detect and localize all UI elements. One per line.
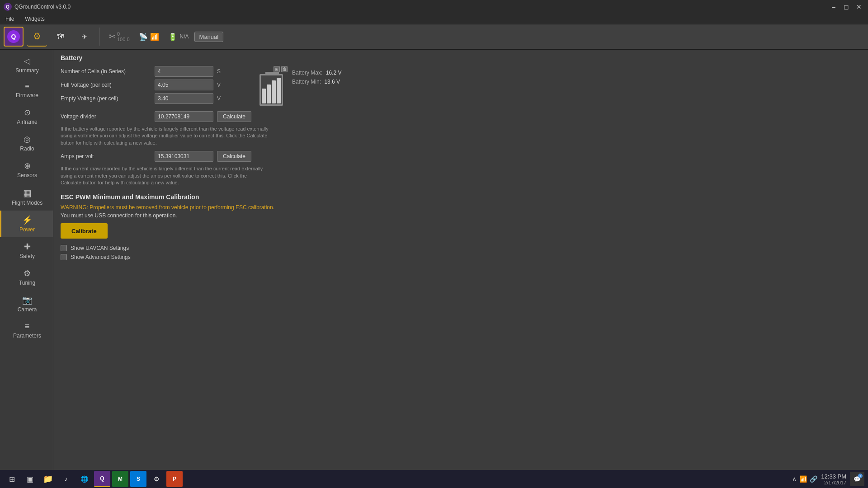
- sidebar-item-tuning[interactable]: ⚙ Tuning: [0, 264, 53, 291]
- wifi-icon: 📶: [799, 475, 807, 483]
- start-button[interactable]: ⊞: [4, 471, 20, 487]
- radio-icon: ◎: [24, 134, 31, 144]
- battery-label: N/A: [180, 33, 189, 40]
- sidebar-label-parameters: Parameters: [13, 333, 41, 339]
- battery-bar-1: [262, 89, 266, 103]
- taskbar-music[interactable]: ♪: [58, 471, 74, 487]
- battery-max-value: 16.2 V: [326, 70, 342, 76]
- full-voltage-label: Full Voltage (per cell): [61, 82, 151, 88]
- tuning-icon: ⚙: [24, 268, 31, 278]
- taskbar: ⊞ ▣ 📁 ♪ 🌐 Q M S ⚙ P ∧ 📶 🔗 12:33 PM 2/17/…: [0, 470, 868, 488]
- sidebar-label-summary: Summary: [15, 67, 38, 74]
- num-cells-unit: S: [217, 68, 224, 75]
- sidebar-item-parameters[interactable]: ≡ Parameters: [0, 317, 53, 343]
- voltage-divider-input[interactable]: [155, 111, 213, 122]
- settings-icon: ⚙: [33, 31, 41, 42]
- show-uavcan-row: Show UAVCAN Settings: [61, 245, 861, 251]
- toolbar-status: ✂ 0 100.0 📡 📶 🔋 N/A Manual: [105, 31, 223, 42]
- voltage-number: 100.0: [117, 37, 130, 42]
- toolbar-map-button[interactable]: 🗺: [51, 27, 71, 47]
- taskbar-settings2[interactable]: ⚙: [148, 471, 165, 487]
- safety-icon: ✚: [24, 242, 31, 252]
- show-uavcan-checkbox[interactable]: [61, 245, 67, 251]
- taskbar-qgc[interactable]: Q: [94, 471, 110, 487]
- voltage-calculate-button[interactable]: Calculate: [217, 111, 251, 122]
- toolbar-logo-button[interactable]: Q: [4, 27, 24, 47]
- battery-delete-button[interactable]: 🗑: [281, 66, 288, 72]
- armed-status: ✂ 0 100.0: [105, 31, 133, 42]
- sidebar-label-flight-modes: Flight Modes: [12, 200, 43, 206]
- amps-input[interactable]: [155, 151, 213, 162]
- minimize-button[interactable]: –: [828, 2, 839, 11]
- sidebar-item-summary[interactable]: ◁ Summary: [0, 52, 53, 78]
- sidebar-item-safety[interactable]: ✚ Safety: [0, 237, 53, 264]
- battery-max-label: Battery Max:: [292, 70, 322, 76]
- armed-number: 0: [117, 31, 130, 37]
- battery-info: Battery Max: 16.2 V Battery Min: 13.6 V: [292, 66, 341, 85]
- num-cells-input[interactable]: [155, 66, 213, 77]
- taskbar-clock: 12:33 PM 2/17/2017: [821, 473, 846, 485]
- battery-grid: Number of Cells (in Series) S Full Volta…: [61, 66, 861, 107]
- sidebar-label-safety: Safety: [19, 253, 35, 259]
- taskbar-powerpoint[interactable]: P: [166, 471, 183, 487]
- taskbar-skype[interactable]: S: [130, 471, 146, 487]
- task-view-button[interactable]: ▣: [22, 471, 38, 487]
- power-icon: ⚡: [22, 215, 32, 225]
- send-icon: ✈: [81, 33, 87, 41]
- title-bar-controls: – ◻ ✕: [828, 2, 864, 11]
- esc-note-text: You must use USB connection for this ope…: [61, 212, 861, 219]
- toolbar-send-button[interactable]: ✈: [74, 27, 94, 47]
- taskbar-maps[interactable]: M: [112, 471, 128, 487]
- sidebar-item-firmware[interactable]: ≡ Firmware: [0, 78, 53, 103]
- full-voltage-unit: V: [217, 82, 224, 88]
- num-cells-label: Number of Cells (in Series): [61, 68, 151, 75]
- sidebar-item-camera[interactable]: 📷 Camera: [0, 291, 53, 317]
- battery-max-row: Battery Max: 16.2 V: [292, 70, 341, 76]
- full-voltage-input[interactable]: [155, 80, 213, 90]
- sidebar-item-airframe[interactable]: ⊙ Airframe: [0, 103, 53, 130]
- taskbar-time-display: 12:33 PM: [821, 473, 846, 480]
- taskbar-explorer[interactable]: 📁: [40, 471, 56, 487]
- battery-copy-button[interactable]: ⊞: [274, 66, 280, 72]
- show-advanced-checkbox[interactable]: [61, 254, 67, 260]
- sidebar-item-sensors[interactable]: ⊛ Sensors: [0, 156, 53, 183]
- menu-bar: File Widgets: [0, 14, 868, 24]
- esc-section: ESC PWM Minimum and Maximum Calibration …: [61, 193, 861, 245]
- close-button[interactable]: ✕: [854, 2, 864, 11]
- battery-bar-2: [267, 84, 271, 103]
- battery-bar-3: [272, 80, 276, 103]
- sidebar-label-tuning: Tuning: [19, 280, 35, 286]
- notification-center[interactable]: 💬 1: [850, 472, 864, 486]
- calibrate-button[interactable]: Calibrate: [61, 223, 108, 239]
- menu-file[interactable]: File: [4, 15, 16, 23]
- battery-section-title: Battery: [61, 54, 861, 61]
- title-bar-left: Q QGroundControl v3.0.0: [4, 3, 71, 11]
- sidebar-label-airframe: Airframe: [17, 119, 37, 125]
- sidebar-item-flight-modes[interactable]: ▦ Flight Modes: [0, 183, 53, 211]
- toolbar-settings-button[interactable]: ⚙: [27, 27, 47, 47]
- signal-status: 📡 📶: [135, 33, 163, 41]
- link-icon: 🔗: [810, 475, 817, 483]
- taskbar-browser[interactable]: 🌐: [76, 471, 92, 487]
- battery-icon: [259, 74, 283, 106]
- chevron-up-icon[interactable]: ∧: [792, 475, 797, 483]
- tools-icon: ✂: [109, 32, 116, 42]
- notification-badge: 1: [858, 474, 863, 478]
- airframe-icon: ⊙: [24, 108, 31, 117]
- sidebar-item-radio[interactable]: ◎ Radio: [0, 130, 53, 156]
- empty-voltage-input[interactable]: [155, 93, 213, 104]
- maximize-button[interactable]: ◻: [841, 2, 852, 11]
- amps-calculate-button[interactable]: Calculate: [217, 151, 251, 162]
- battery-min-label: Battery Min:: [292, 79, 321, 85]
- system-tray: ∧ 📶 🔗: [792, 475, 817, 483]
- battery-icon: 🔋: [168, 33, 177, 41]
- battery-icon-buttons: ⊞ 🗑: [274, 66, 288, 72]
- summary-icon: ◁: [24, 56, 30, 66]
- toolbar-logo-icon: Q: [7, 30, 20, 43]
- battery-bar-4: [277, 78, 281, 103]
- flight-mode-badge[interactable]: Manual: [194, 32, 224, 42]
- menu-widgets[interactable]: Widgets: [23, 15, 46, 23]
- empty-voltage-label: Empty Voltage (per cell): [61, 95, 151, 102]
- sidebar-item-power[interactable]: ⚡ Power: [0, 211, 53, 237]
- sidebar-label-firmware: Firmware: [16, 92, 38, 99]
